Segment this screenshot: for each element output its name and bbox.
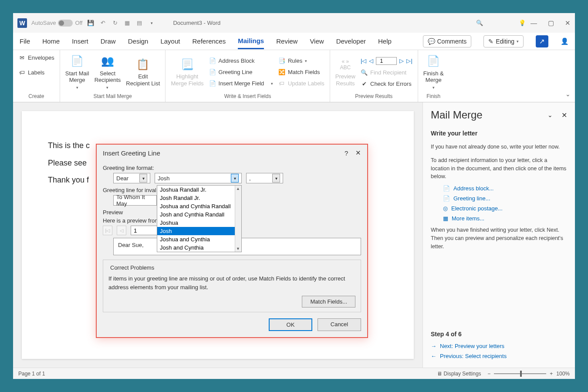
tab-review[interactable]: Review: [276, 34, 297, 48]
undo-icon[interactable]: ↶: [99, 19, 107, 27]
dropdown-item[interactable]: Joshua Randall Jr.: [157, 186, 241, 194]
search-icon[interactable]: 🔍: [476, 19, 483, 27]
first-record-button[interactable]: |◁: [103, 226, 112, 235]
dialog-help-icon[interactable]: ?: [345, 149, 348, 157]
update-labels-button: 🏷Update Labels: [278, 79, 324, 88]
dropdown-item[interactable]: Josh Randall Jr.: [157, 194, 241, 202]
qat-more-icon[interactable]: ▾: [148, 19, 155, 27]
tab-insert[interactable]: Insert: [72, 34, 88, 48]
dropdown-scrollbar[interactable]: [235, 186, 241, 252]
chevron-down-icon[interactable]: ▾: [272, 174, 280, 182]
cancel-button[interactable]: Cancel: [318, 318, 361, 331]
tab-file[interactable]: File: [20, 34, 30, 48]
tab-mailings[interactable]: Mailings: [238, 34, 264, 49]
highlight-merge-fields-button: 📃Highlight Merge Fields: [171, 57, 203, 87]
record-input[interactable]: [376, 57, 397, 65]
tab-home[interactable]: Home: [42, 34, 60, 48]
insert-merge-field-button[interactable]: 📄Insert Merge Field ▾: [209, 79, 273, 88]
save-icon[interactable]: 💾: [87, 19, 95, 27]
tab-references[interactable]: References: [192, 34, 226, 48]
select-recipients-button[interactable]: 👥Select Recipients▾: [95, 54, 121, 90]
rules-button[interactable]: 📑Rules▾: [278, 56, 324, 66]
pane-collapse-icon[interactable]: ⌄: [547, 112, 553, 118]
chevron-down-icon[interactable]: ▾: [231, 174, 239, 182]
pane-text: If you have not already done so, write y…: [431, 143, 567, 151]
zoom-in-button[interactable]: +: [550, 371, 553, 377]
tab-view[interactable]: View: [310, 34, 324, 48]
match-fields-button[interactable]: Match Fields...: [302, 296, 355, 308]
preview-record-input[interactable]: [131, 226, 159, 235]
edit-recipient-list-button[interactable]: 📋Edit Recipient List: [126, 57, 160, 87]
salutation-select[interactable]: Dear▾: [113, 173, 150, 183]
qat-icon-1[interactable]: ▦: [123, 19, 131, 27]
ok-button[interactable]: OK: [269, 318, 312, 331]
maximize-button[interactable]: ▢: [548, 19, 554, 27]
labels-button[interactable]: 🏷Labels: [18, 68, 44, 77]
tab-layout[interactable]: Layout: [160, 34, 180, 48]
check-errors-button[interactable]: ✔Check for Errors: [361, 79, 412, 89]
chevron-down-icon[interactable]: ▾: [139, 174, 147, 182]
account-icon[interactable]: 👤: [561, 37, 568, 45]
prev-record-button[interactable]: ◁: [117, 226, 126, 235]
document-title: Document3 - Word: [173, 20, 220, 26]
dropdown-item-selected[interactable]: Josh: [157, 227, 241, 235]
group-label: Write & Insert Fields: [224, 91, 271, 101]
tab-design[interactable]: Design: [128, 34, 149, 48]
next-record-icon[interactable]: ▷: [399, 57, 404, 64]
invalid-select[interactable]: To Whom It May: [113, 195, 157, 206]
dropdown-item[interactable]: Joshua and Cynthia: [157, 235, 241, 243]
qat-icon-2[interactable]: ▤: [135, 19, 143, 27]
autosave-toggle[interactable]: AutoSave Off: [31, 20, 82, 27]
address-block-button[interactable]: 📄Address Block: [209, 56, 273, 66]
tab-draw[interactable]: Draw: [101, 34, 116, 48]
correct-problems-box: Correct Problems If items in your greeti…: [103, 260, 361, 312]
dropdown-item[interactable]: Josh and Cynthia Randall: [157, 210, 241, 219]
page-indicator[interactable]: Page 1 of 1: [18, 371, 45, 377]
zoom-out-button[interactable]: −: [487, 371, 490, 377]
autosave-label: AutoSave: [31, 20, 56, 26]
autosave-state: Off: [75, 20, 82, 26]
last-record-icon[interactable]: ▷|: [406, 57, 412, 64]
tab-help[interactable]: Help: [378, 34, 392, 48]
help-icon[interactable]: 💡: [518, 19, 526, 27]
collapse-ribbon-icon[interactable]: ⌄: [565, 91, 571, 98]
prev-step-link[interactable]: ← Previous: Select recipients: [431, 351, 567, 361]
dropdown-item[interactable]: Joshua and Cynthia Randall: [157, 202, 241, 210]
punctuation-select[interactable]: ,▾: [246, 173, 283, 183]
link-more-items[interactable]: ▦ More items...: [431, 213, 567, 223]
first-record-icon[interactable]: |◁: [361, 57, 366, 64]
prev-record-icon[interactable]: ◁: [369, 57, 373, 64]
comments-button[interactable]: 💬 Comments: [423, 35, 472, 47]
dialog-close-icon[interactable]: ✕: [355, 149, 361, 157]
editing-mode-button[interactable]: ✎ Editing ▾: [483, 35, 524, 47]
redo-icon[interactable]: ↻: [111, 19, 119, 27]
dropdown-item[interactable]: Josh and Cynthia: [157, 243, 241, 252]
correct-title: Correct Problems: [108, 264, 156, 271]
link-address-block[interactable]: 📄 Address block...: [431, 183, 567, 193]
next-step-link[interactable]: → Next: Preview your letters: [431, 341, 567, 351]
zoom-value[interactable]: 100%: [556, 371, 570, 377]
link-greeting-line[interactable]: 📄 Greeting line...: [431, 193, 567, 203]
link-electronic-postage[interactable]: ◎ Electronic postage...: [431, 203, 567, 213]
display-settings-button[interactable]: 🖥 Display Settings: [437, 371, 481, 377]
envelopes-button[interactable]: ✉Envelopes: [18, 53, 54, 62]
zoom-slider[interactable]: [494, 373, 546, 374]
tab-developer[interactable]: Developer: [336, 34, 366, 48]
dropdown-item[interactable]: Joshua: [157, 219, 241, 227]
minimize-button[interactable]: —: [531, 19, 537, 27]
name-format-select[interactable]: Josh▾: [155, 173, 242, 183]
dialog-titlebar: Insert Greeting Line ? ✕: [97, 145, 367, 161]
word-icon: W: [17, 18, 27, 28]
group-label: Finish: [426, 91, 440, 101]
toggle-switch[interactable]: [58, 20, 73, 27]
finish-merge-button[interactable]: 📄Finish & Merge▾: [423, 54, 444, 90]
start-mail-merge-button[interactable]: 📄Start Mail Merge▾: [65, 54, 89, 90]
close-button[interactable]: ✕: [565, 19, 571, 27]
greeting-line-button[interactable]: 📄Greeting Line: [209, 68, 273, 77]
status-bar: Page 1 of 1 🖥 Display Settings − + 100%: [13, 368, 575, 379]
share-button[interactable]: ↗: [536, 35, 548, 47]
match-fields-button[interactable]: 🔀Match Fields: [278, 68, 324, 77]
pane-section-title: Write your letter: [431, 130, 567, 137]
pane-close-icon[interactable]: ✕: [561, 111, 567, 119]
titlebar: W AutoSave Off 💾 ↶ ↻ ▦ ▤ ▾ Document3 - W…: [13, 13, 575, 33]
